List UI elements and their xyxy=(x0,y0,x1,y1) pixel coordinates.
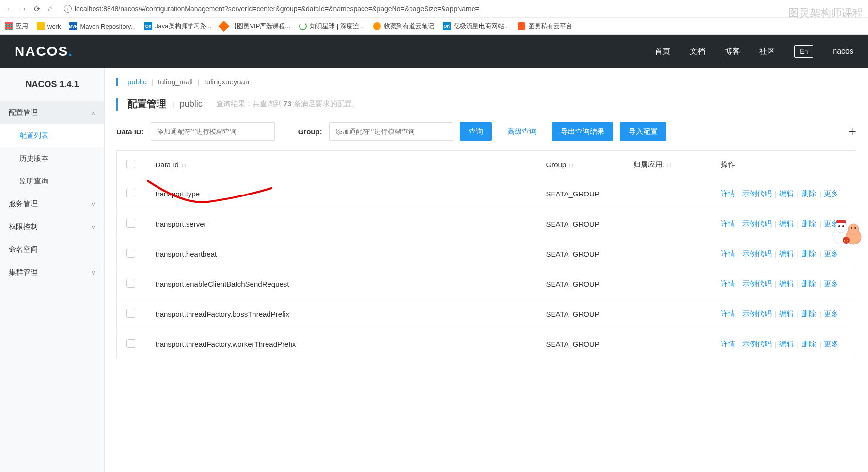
action-detail[interactable]: 详情 xyxy=(721,340,735,349)
action-more[interactable]: 更多 xyxy=(824,340,838,349)
nav-user[interactable]: nacos xyxy=(833,47,853,56)
home-button[interactable]: ⌂ xyxy=(46,4,55,14)
row-checkbox[interactable] xyxy=(126,219,135,228)
add-config-button[interactable]: + xyxy=(843,123,861,140)
col-dataid[interactable]: Data Id↓↑ xyxy=(146,151,537,179)
sort-icon: ↓↑ xyxy=(666,162,672,168)
page-scope: public xyxy=(180,99,203,109)
action-edit[interactable]: 编辑 xyxy=(779,340,794,349)
forward-button[interactable]: → xyxy=(18,4,28,14)
sort-icon: ↓↑ xyxy=(181,162,187,169)
bookmark-maven[interactable]: MVNMaven Repository... xyxy=(69,22,136,30)
action-sample[interactable]: 示例代码 xyxy=(742,340,772,349)
sort-icon: ↓↑ xyxy=(568,162,574,169)
row-actions: 详情|示例代码|编辑|删除|更多 xyxy=(721,219,847,228)
menu-namespace[interactable]: 命名空间 xyxy=(0,238,104,261)
bookmark-work[interactable]: work xyxy=(37,22,61,30)
action-delete[interactable]: 删除 xyxy=(802,249,816,259)
row-checkbox[interactable] xyxy=(126,309,135,318)
import-button[interactable]: 导入配置 xyxy=(620,122,666,141)
export-button[interactable]: 导出查询结果 xyxy=(552,122,613,141)
action-detail[interactable]: 详情 xyxy=(721,219,735,228)
action-edit[interactable]: 编辑 xyxy=(779,219,794,228)
query-button[interactable]: 查询 xyxy=(460,122,492,141)
action-delete[interactable]: 删除 xyxy=(802,340,816,349)
nav-blog[interactable]: 博客 xyxy=(725,47,740,57)
bookmark-mall[interactable]: On亿级流量电商网站... xyxy=(443,22,509,31)
ns-tab-tuling-mall[interactable]: tuling_mall xyxy=(158,78,193,86)
action-delete[interactable]: 删除 xyxy=(802,309,816,319)
cell-app xyxy=(624,179,711,209)
nav-docs[interactable]: 文档 xyxy=(690,47,705,57)
ns-tab-tulingxueyuan[interactable]: tulingxueyuan xyxy=(205,78,250,86)
action-delete[interactable]: 删除 xyxy=(802,279,816,289)
cell-group: SEATA_GROUP xyxy=(537,269,624,299)
nacos-logo[interactable]: NACOS. xyxy=(15,44,73,59)
action-more[interactable]: 更多 xyxy=(824,279,838,289)
menu-cluster[interactable]: 集群管理 ∨ xyxy=(0,261,104,284)
cell-group: SEATA_GROUP xyxy=(537,239,624,269)
svg-point-3 xyxy=(842,225,844,227)
action-more[interactable]: 更多 xyxy=(824,189,838,198)
row-checkbox[interactable] xyxy=(126,279,135,288)
menu-history[interactable]: 历史版本 xyxy=(0,147,104,170)
action-edit[interactable]: 编辑 xyxy=(779,189,794,198)
action-delete[interactable]: 删除 xyxy=(802,189,816,198)
col-app[interactable]: 归属应用:↓↑ xyxy=(624,151,711,179)
row-checkbox[interactable] xyxy=(126,249,135,258)
bookmark-zhishi[interactable]: 知识星球 | 深度连... xyxy=(299,22,364,31)
back-button[interactable]: ← xyxy=(5,4,15,14)
svg-point-8 xyxy=(854,227,856,229)
menu-auth[interactable]: 权限控制 ∨ xyxy=(0,215,104,238)
row-checkbox[interactable] xyxy=(126,339,135,348)
app-header: NACOS. 首页 文档 博客 社区 En nacos xyxy=(0,35,868,68)
mascot-icon: 中 xyxy=(829,213,863,247)
col-group[interactable]: Group↓↑ xyxy=(537,151,624,179)
action-sample[interactable]: 示例代码 xyxy=(742,279,772,289)
svg-text:中: 中 xyxy=(844,239,848,243)
menu-config-mgmt[interactable]: 配置管理 ∧ xyxy=(0,101,104,124)
url-bar[interactable]: i localhost:8848/nacos/#/configurationMa… xyxy=(59,3,863,15)
cell-dataid: transport.heartbeat xyxy=(146,239,537,269)
on-icon: On xyxy=(443,22,451,30)
action-delete[interactable]: 删除 xyxy=(802,219,816,228)
select-all-checkbox[interactable] xyxy=(126,160,135,168)
action-detail[interactable]: 详情 xyxy=(721,309,735,319)
action-sample[interactable]: 示例代码 xyxy=(742,309,772,319)
row-checkbox[interactable] xyxy=(126,189,135,197)
action-more[interactable]: 更多 xyxy=(824,249,838,259)
bookmark-tuling-vip[interactable]: 【图灵VIP严选课程... xyxy=(220,22,290,31)
action-detail[interactable]: 详情 xyxy=(721,279,735,289)
row-actions: 详情|示例代码|编辑|删除|更多 xyxy=(721,340,847,349)
menu-service-mgmt[interactable]: 服务管理 ∨ xyxy=(0,193,104,215)
ns-tab-public[interactable]: public xyxy=(127,78,146,86)
menu-listen[interactable]: 监听查询 xyxy=(0,170,104,193)
nav-home[interactable]: 首页 xyxy=(655,47,670,57)
group-input[interactable] xyxy=(329,122,453,141)
bookmark-java[interactable]: OnJava架构师学习路... xyxy=(144,22,211,31)
reload-button[interactable]: ⟳ xyxy=(32,4,42,14)
bookmark-private[interactable]: 图灵私有云平台 xyxy=(518,22,572,31)
chevron-down-icon: ∨ xyxy=(91,224,95,230)
lang-toggle[interactable]: En xyxy=(794,45,813,58)
nav-community[interactable]: 社区 xyxy=(759,47,775,57)
svg-point-7 xyxy=(851,227,852,229)
action-sample[interactable]: 示例代码 xyxy=(742,249,772,259)
menu-config-list[interactable]: 配置列表 xyxy=(0,124,104,147)
action-edit[interactable]: 编辑 xyxy=(779,249,794,259)
dataid-input[interactable] xyxy=(151,122,275,141)
sidebar-version: NACOS 1.4.1 xyxy=(0,68,104,101)
site-info-icon[interactable]: i xyxy=(64,5,72,13)
action-detail[interactable]: 详情 xyxy=(721,189,735,198)
config-table: Data Id↓↑ Group↓↑ 归属应用:↓↑ 操作 transport.t… xyxy=(116,150,856,359)
action-detail[interactable]: 详情 xyxy=(721,249,735,259)
action-sample[interactable]: 示例代码 xyxy=(742,219,772,228)
action-sample[interactable]: 示例代码 xyxy=(742,189,772,198)
adv-query-button[interactable]: 高级查询 xyxy=(499,122,545,141)
action-more[interactable]: 更多 xyxy=(824,309,838,319)
action-edit[interactable]: 编辑 xyxy=(779,309,794,319)
bookmark-apps[interactable]: 应用 xyxy=(5,22,28,31)
table-row: transport.threadFactory.bossThreadPrefix… xyxy=(117,299,856,329)
bookmark-youdao[interactable]: 收藏到有道云笔记 xyxy=(373,22,434,31)
action-edit[interactable]: 编辑 xyxy=(779,279,794,289)
